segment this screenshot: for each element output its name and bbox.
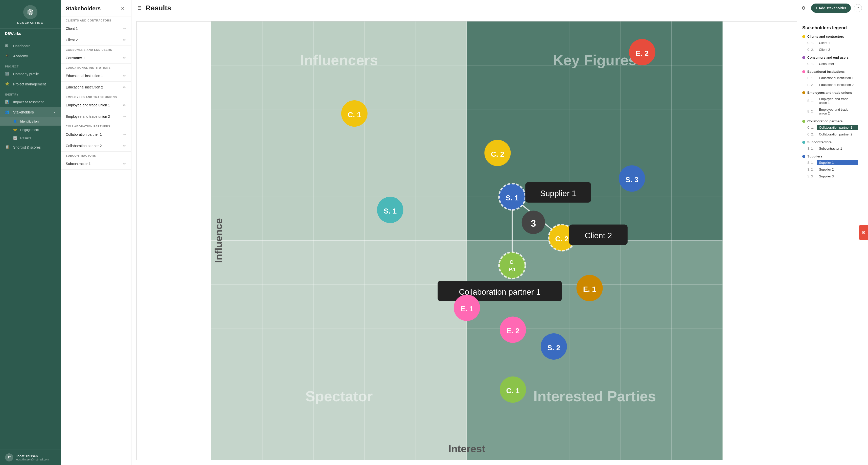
stakeholder-item[interactable]: Educational institution 1 ✏ [61, 70, 131, 82]
legend-category: Educational institutions E. 1. Education… [802, 70, 858, 88]
legend-item[interactable]: S. 1. Supplier 1 [802, 159, 858, 166]
main-header: ☰ Results ⚙ + Add stakeholder ? [131, 0, 868, 16]
sidebar-item-label: Impact assessment [13, 100, 44, 104]
stakeholder-name: Employee and trade union 1 [66, 103, 110, 107]
stakeholder-item[interactable]: Employee and trade union 1 ✏ [61, 100, 131, 111]
stakeholder-item[interactable]: Client 1 ✏ [61, 23, 131, 34]
logo-container: ECOCHARTING [0, 0, 61, 29]
edit-icon[interactable]: ✏ [123, 115, 126, 119]
user-email: joost.thissen@hotmail.com [16, 458, 49, 461]
sidebar-item-label: Dashboard [13, 44, 31, 48]
add-stakeholder-button[interactable]: + Add stakeholder [811, 3, 851, 13]
help-button[interactable]: ? [854, 4, 862, 12]
sidebar-item-academy[interactable]: 🎓 Academy [0, 51, 61, 61]
legend-item[interactable]: C. 1. Client 1 [802, 39, 858, 46]
stakeholder-item[interactable]: Client 2 ✏ [61, 34, 131, 46]
svg-text:C. 1: C. 1 [347, 111, 361, 119]
legend-item[interactable]: S. 2. Supplier 2 [802, 166, 858, 173]
main-content: ☰ Results ⚙ + Add stakeholder ? [131, 0, 868, 465]
category-header-consumers-end-users: CONSUMERS AND END USERS [61, 46, 131, 52]
legend-item-code: C. 2. [807, 133, 815, 136]
edit-icon[interactable]: ✏ [123, 74, 126, 78]
category-header-clients-contractors: CLIENTS AND CONTRACTORS [61, 17, 131, 23]
stakeholder-item[interactable]: Subcontractor 1 ✏ [61, 158, 131, 169]
edit-icon[interactable]: ✏ [123, 27, 126, 31]
category-header-employees-trade-unions: EMPLOYEES AND TRADE UNIONS [61, 93, 131, 100]
svg-rect-3 [211, 241, 467, 460]
stakeholder-name: Client 1 [66, 27, 78, 31]
legend-cat-name: Suppliers [807, 154, 822, 158]
legend-item-label: Employee and trade union 1 [817, 96, 858, 105]
legend-item-label: Subcontractor 1 [817, 146, 858, 151]
legend-item-code: C. 1. [807, 41, 815, 45]
edit-icon[interactable]: ✏ [123, 56, 126, 60]
legend-cat-header: Consumers and end users [802, 56, 858, 59]
sidebar-item-label: Academy [13, 54, 28, 58]
side-action-button[interactable] [859, 225, 868, 240]
panel-close-button[interactable]: ✕ [119, 5, 126, 12]
stakeholder-item[interactable]: Collaboration partner 1 ✏ [61, 129, 131, 140]
edit-icon[interactable]: ✏ [123, 38, 126, 42]
edit-icon[interactable]: ✏ [123, 144, 126, 148]
edit-icon[interactable]: ✏ [123, 85, 126, 89]
legend-cat-name: Subcontractors [807, 140, 832, 144]
legend-panel: Stakeholders legend Clients and contract… [797, 21, 863, 460]
legend-dot [802, 35, 805, 38]
sidebar-item-impact-assessment[interactable]: 📊 Impact assessment [0, 97, 61, 107]
sidebar-sub-engagement[interactable]: 🤝 Engagement [0, 126, 61, 134]
legend-cat-header: Suppliers [802, 154, 858, 158]
avatar: JT [5, 454, 13, 462]
edit-icon[interactable]: ✏ [123, 103, 126, 107]
legend-item-label: Collaboration partner 2 [817, 132, 858, 137]
legend-item[interactable]: S. 1. Subcontractor 1 [802, 145, 858, 152]
sidebar-sub-results[interactable]: 📈 Results [0, 134, 61, 142]
stakeholder-item[interactable]: Consumer 1 ✏ [61, 52, 131, 64]
category-header-educational-institutions: EDUCATIONAL INSTITUTIONS [61, 64, 131, 70]
legend-category: Employees and trade unions E. 1. Employe… [802, 91, 858, 117]
shortlist-icon: 📋 [5, 145, 10, 150]
filter-button[interactable]: ⚙ [799, 3, 808, 13]
sidebar-sub-identification[interactable]: 👤 Identification [0, 117, 61, 126]
legend-item-code: E. 2. [807, 110, 815, 113]
sidebar-item-label: Shortlist & scores [13, 145, 41, 149]
sidebar-item-dashboard[interactable]: ⊞ Dashboard [0, 41, 61, 51]
legend-item-label: Supplier 1 [817, 160, 858, 165]
legend-cat-name: Consumers and end users [807, 56, 848, 59]
stakeholder-item[interactable]: Collaboration partner 2 ✏ [61, 140, 131, 152]
legend-item[interactable]: E. 2. Employee and trade union 2 [802, 106, 858, 117]
legend-item[interactable]: C. 1. Collaboration partner 1 [802, 124, 858, 131]
legend-item[interactable]: E. 2. Educational institution 2 [802, 82, 858, 88]
svg-text:Influencers: Influencers [300, 52, 378, 68]
edit-icon[interactable]: ✏ [123, 132, 126, 136]
legend-cat-name: Employees and trade unions [807, 91, 852, 94]
main-title: Results [146, 4, 795, 12]
legend-item-label: Client 2 [817, 47, 858, 52]
sidebar-item-stakeholders[interactable]: 👥 Stakeholders ▾ [0, 107, 61, 117]
legend-item-label: Collaboration partner 1 [817, 125, 858, 130]
legend-item[interactable]: C. 2. Client 2 [802, 46, 858, 53]
stakeholder-item[interactable]: Educational institution 2 ✏ [61, 82, 131, 93]
legend-item[interactable]: C. 1. Consumer 1 [802, 60, 858, 67]
stakeholder-item[interactable]: Employee and trade union 2 ✏ [61, 111, 131, 122]
svg-text:E. 1: E. 1 [460, 305, 473, 313]
legend-category: Consumers and end users C. 1. Consumer 1 [802, 56, 858, 67]
influence-interest-chart[interactable]: Influencers Key Figures Spectator Intere… [137, 22, 797, 460]
legend-item[interactable]: C. 2. Collaboration partner 2 [802, 131, 858, 138]
stakeholder-name: Subcontractor 1 [66, 162, 91, 166]
legend-item[interactable]: E. 1. Educational institution 1 [802, 74, 858, 82]
impact-icon: 📊 [5, 100, 10, 104]
svg-text:Supplier 1: Supplier 1 [540, 189, 576, 198]
legend-item[interactable]: E. 1. Employee and trade union 1 [802, 96, 858, 106]
project-section-label: PROJECT [0, 61, 61, 69]
sidebar-item-shortlist-scores[interactable]: 📋 Shortlist & scores [0, 142, 61, 152]
legend-item[interactable]: S. 3. Supplier 3 [802, 173, 858, 180]
chevron-down-icon: ▾ [54, 111, 56, 114]
sidebar-item-project-management[interactable]: ⭐ Project management [0, 79, 61, 89]
legend-dot [802, 120, 805, 123]
edit-icon[interactable]: ✏ [123, 162, 126, 166]
sidebar-item-company-profile[interactable]: 🏢 Company profile [0, 69, 61, 79]
sidebar-sub-label: Results [20, 136, 31, 140]
stakeholder-name: Educational institution 1 [66, 74, 103, 78]
hamburger-icon[interactable]: ☰ [137, 5, 142, 11]
legend-item-label: Supplier 2 [817, 167, 858, 172]
